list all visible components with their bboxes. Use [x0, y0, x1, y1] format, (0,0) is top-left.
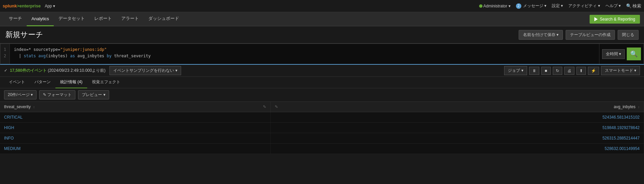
- col-avg-edit-icon[interactable]: ✎: [275, 104, 278, 109]
- page-title: 新規サーチ: [5, 30, 519, 40]
- preview-button[interactable]: プレビュー ▾: [78, 90, 109, 99]
- cell-severity[interactable]: INFO: [0, 133, 270, 144]
- search-line-2: | stats avg(inbytes) as avg_inbytes by t…: [14, 53, 595, 59]
- table-row[interactable]: INFO526315.2885214447: [0, 133, 644, 144]
- print-icon: 🖨: [567, 68, 571, 73]
- cell-severity[interactable]: CRITICAL: [0, 112, 270, 123]
- search-nav-icon: 🔍: [626, 3, 631, 8]
- message-badge: 2: [516, 3, 521, 9]
- messages-menu[interactable]: 2 メッセージ ▾: [516, 3, 546, 9]
- table-body: CRITICAL524346.5813415102HIGH519848.1929…: [0, 112, 644, 154]
- tabs-row: イベント パターン 統計情報 (4) 視覚エフェクト: [0, 77, 644, 88]
- export-icon: ⬆: [579, 68, 583, 73]
- col-severity-label: threat_severity: [4, 104, 31, 109]
- sampling-label: イベントサンプリングを行わない ▾: [113, 68, 177, 73]
- smart-mode-label: スマートモード ▾: [605, 68, 636, 73]
- nav-item-dashboards[interactable]: ダッシュボード: [144, 12, 184, 26]
- col-avg-sort: ↕: [638, 105, 640, 109]
- col-header-severity[interactable]: threat_severity ↕ ✎: [0, 102, 270, 112]
- cell-avg-inbytes: 524346.5813415102: [270, 112, 644, 123]
- pause-button[interactable]: ⏸: [529, 67, 539, 75]
- preview-label: プレビュー ▾: [82, 92, 105, 98]
- top-nav-right: Administrator ▾ 2 メッセージ ▾ 設定 ▾ アクティビティ ▾…: [479, 3, 641, 9]
- stop-button[interactable]: ■: [541, 67, 551, 75]
- format-label: ✎ フォーマット: [43, 92, 72, 98]
- time-range-label: 全時間 ▾: [606, 51, 621, 57]
- format-button[interactable]: ✎ フォーマット: [39, 90, 75, 99]
- search-input-wrapper: 1 2 index=* sourcetype="juniper:junos:id…: [0, 44, 644, 64]
- splunk-logo: splunk>enterprise: [3, 3, 41, 8]
- job-button[interactable]: ジョブ ▾: [504, 66, 527, 75]
- search-right: 全時間 ▾ 🔍: [599, 44, 644, 64]
- search-reporting-button[interactable]: Search & Reporting: [590, 15, 640, 24]
- time-range-button[interactable]: 全時間 ▾: [602, 49, 625, 59]
- play-icon: [594, 17, 598, 21]
- activity-menu[interactable]: アクティビティ ▾: [568, 3, 600, 9]
- nav-item-datasets[interactable]: データセット: [54, 12, 90, 26]
- nav-item-saachi[interactable]: サーチ: [4, 12, 27, 26]
- second-nav-right: Search & Reporting: [590, 15, 640, 24]
- tab-statistics[interactable]: 統計情報 (4): [55, 77, 87, 88]
- table-row[interactable]: MEDIUM528632.001149954: [0, 144, 644, 154]
- smart-mode-button[interactable]: スマートモード ▾: [601, 66, 640, 75]
- rotate-icon: ↻: [556, 68, 559, 73]
- close-button[interactable]: 閉じる: [618, 30, 639, 40]
- save-button[interactable]: 名前を付けて保存 ▾: [519, 30, 563, 40]
- settings-menu[interactable]: 設定 ▾: [552, 3, 563, 9]
- pause-icon: ⏸: [532, 68, 536, 73]
- admin-status[interactable]: Administrator ▾: [479, 4, 511, 8]
- line-numbers: 1 2: [0, 44, 10, 64]
- cell-severity[interactable]: MEDIUM: [0, 144, 270, 154]
- cell-avg-inbytes: 519848.1929278642: [270, 123, 644, 133]
- search-code[interactable]: index=* sourcetype="juniper:junos:idp" |…: [10, 44, 599, 64]
- nav-item-alerts[interactable]: アラート: [117, 12, 144, 26]
- results-right: ジョブ ▾ ⏸ ■ ↻ 🖨 ⬆ ⚡ スマートモード ▾: [504, 66, 640, 75]
- data-table: threat_severity ↕ ✎ ✎ avg_inbytes ↕ CRIT…: [0, 102, 644, 154]
- col-header-avg[interactable]: ✎ avg_inbytes ↕: [270, 102, 644, 112]
- tab-patterns[interactable]: パターン: [30, 77, 55, 88]
- per-page-label: 20件/ページ ▾: [8, 92, 33, 98]
- job-label: ジョブ ▾: [508, 68, 523, 73]
- help-menu[interactable]: ヘルプ ▾: [605, 3, 621, 9]
- page-header: 新規サーチ 名前を付けて保存 ▾ テーブルビューの作成 閉じる: [0, 26, 644, 43]
- table-view-button[interactable]: テーブルビューの作成: [566, 30, 615, 40]
- table-view-label: テーブルビューの作成: [570, 32, 611, 38]
- search-area: 1 2 index=* sourcetype="juniper:junos:id…: [0, 43, 644, 65]
- check-icon: ✓: [4, 68, 7, 73]
- event-timestamp: (2024/09/23 2:49:10.000より前): [48, 68, 105, 73]
- status-dot: [479, 4, 482, 8]
- splunk-logo-text: splunk>enterprise: [3, 3, 41, 8]
- event-count: 17,580件のイベント: [10, 68, 47, 73]
- options-row: 20件/ページ ▾ ✎ フォーマット プレビュー ▾: [0, 88, 644, 102]
- admin-label: Administrator ▾: [484, 4, 511, 8]
- stop-icon: ■: [545, 68, 547, 73]
- results-count: ✓ 17,580件のイベント (2024/09/23 2:49:10.000より…: [4, 68, 105, 73]
- tab-visualization[interactable]: 視覚エフェクト: [87, 77, 125, 88]
- lightning-icon: ⚡: [591, 68, 596, 73]
- cell-avg-inbytes: 526315.2885214447: [270, 133, 644, 144]
- export-button[interactable]: ⬆: [576, 67, 586, 75]
- nav-item-reports[interactable]: レポート: [90, 12, 117, 26]
- table-row[interactable]: HIGH519848.1929278642: [0, 123, 644, 133]
- search-nav-label: 検索: [633, 3, 641, 9]
- search-run-button[interactable]: 🔍: [627, 48, 641, 60]
- search-run-icon: 🔍: [630, 50, 638, 58]
- second-nav: サーチ Analytics データセット レポート アラート ダッシュボード S…: [0, 12, 644, 26]
- sampling-button[interactable]: イベントサンプリングを行わない ▾: [109, 66, 181, 75]
- rotate-button[interactable]: ↻: [553, 67, 562, 75]
- lightning-button[interactable]: ⚡: [588, 67, 599, 75]
- print-button[interactable]: 🖨: [564, 67, 574, 75]
- tab-events[interactable]: イベント: [4, 77, 30, 88]
- app-menu[interactable]: App ▾: [45, 4, 55, 8]
- col-severity-edit-icon[interactable]: ✎: [263, 104, 266, 109]
- per-page-button[interactable]: 20件/ページ ▾: [4, 90, 36, 99]
- nav-item-analytics[interactable]: Analytics: [27, 12, 54, 26]
- save-label: 名前を付けて保存 ▾: [523, 32, 559, 38]
- cell-severity[interactable]: HIGH: [0, 123, 270, 133]
- messages-label: メッセージ ▾: [523, 3, 546, 9]
- search-nav-item[interactable]: 🔍 検索: [626, 3, 641, 9]
- header-buttons: 名前を付けて保存 ▾ テーブルビューの作成 閉じる: [519, 30, 639, 40]
- cell-avg-inbytes: 528632.001149954: [270, 144, 644, 154]
- close-label: 閉じる: [622, 32, 634, 38]
- table-row[interactable]: CRITICAL524346.5813415102: [0, 112, 644, 123]
